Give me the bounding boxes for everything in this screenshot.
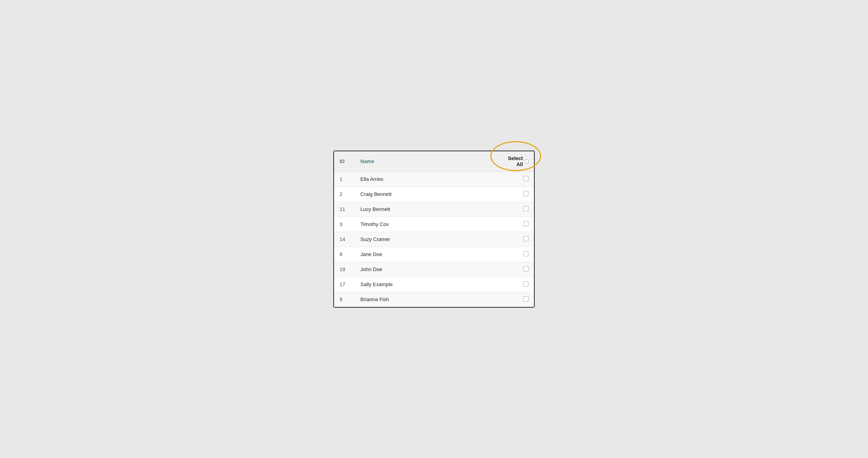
table-body: 1Ella Arries2Craig Bennett11Lucy Bennett… (334, 172, 534, 307)
select-all-label: Select All (506, 156, 523, 167)
row-id: 19 (334, 262, 355, 277)
name-column-header: Name (355, 151, 501, 172)
row-id: 3 (334, 217, 355, 232)
select-all-wrapper: Select All (506, 156, 528, 167)
row-name: Jane Doe (355, 247, 501, 262)
row-name: John Doe (355, 262, 501, 277)
row-checkbox[interactable] (523, 296, 528, 301)
table-row: 9Brianna Fish (334, 292, 534, 307)
table-row: 8Jane Doe (334, 247, 534, 262)
row-id: 8 (334, 247, 355, 262)
row-checkbox-cell (501, 217, 534, 232)
row-checkbox-cell (501, 292, 534, 307)
row-checkbox[interactable] (523, 176, 528, 181)
page-wrapper: ID Name Select All 1Ella Arries2Cr (0, 0, 868, 458)
row-checkbox[interactable] (523, 236, 528, 241)
row-id: 1 (334, 172, 355, 187)
row-checkbox-cell (501, 262, 534, 277)
table-row: 2Craig Bennett (334, 187, 534, 202)
data-table: ID Name Select All 1Ella Arries2Cr (334, 151, 534, 307)
row-checkbox-cell (501, 247, 534, 262)
row-name: Ella Arries (355, 172, 501, 187)
row-checkbox[interactable] (523, 191, 528, 196)
row-checkbox-cell (501, 187, 534, 202)
row-name: Sally Example (355, 277, 501, 292)
row-name: Lucy Bennett (355, 202, 501, 217)
row-checkbox-cell (501, 172, 534, 187)
row-checkbox[interactable] (523, 206, 528, 211)
row-name: Suzy Cramer (355, 232, 501, 247)
row-checkbox[interactable] (523, 266, 528, 271)
row-name: Timothy Cox (355, 217, 501, 232)
row-id: 17 (334, 277, 355, 292)
select-all-checkbox[interactable] (525, 159, 528, 164)
row-checkbox-cell (501, 232, 534, 247)
row-checkbox-cell (501, 202, 534, 217)
id-column-header: ID (334, 151, 355, 172)
row-name: Brianna Fish (355, 292, 501, 307)
table-container: ID Name Select All 1Ella Arries2Cr (333, 151, 535, 308)
row-checkbox[interactable] (523, 221, 528, 226)
row-checkbox-cell (501, 277, 534, 292)
table-header-row: ID Name Select All (334, 151, 534, 172)
row-checkbox[interactable] (523, 281, 528, 286)
row-id: 9 (334, 292, 355, 307)
row-name: Craig Bennett (355, 187, 501, 202)
table-row: 3Timothy Cox (334, 217, 534, 232)
row-checkbox[interactable] (523, 251, 528, 256)
table-row: 19John Doe (334, 262, 534, 277)
table-row: 17Sally Example (334, 277, 534, 292)
table-row: 11Lucy Bennett (334, 202, 534, 217)
table-row: 14Suzy Cramer (334, 232, 534, 247)
table-row: 1Ella Arries (334, 172, 534, 187)
select-all-column-header: Select All (501, 151, 534, 172)
row-id: 14 (334, 232, 355, 247)
row-id: 11 (334, 202, 355, 217)
row-id: 2 (334, 187, 355, 202)
